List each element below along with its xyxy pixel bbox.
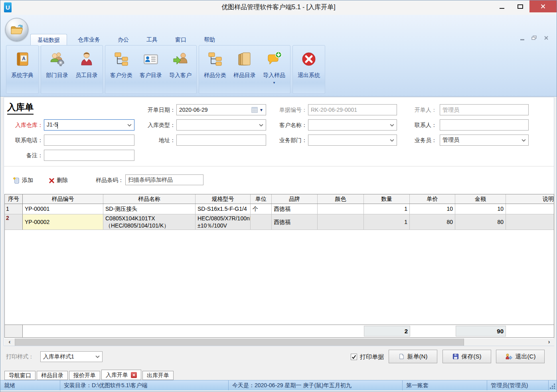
- phone-field[interactable]: [44, 135, 134, 146]
- scroll-left-icon[interactable]: ‹: [4, 339, 15, 346]
- print-doc-checkbox[interactable]: [351, 354, 357, 360]
- bill-date-field[interactable]: 2020-06-29 ▼: [176, 104, 266, 115]
- chevron-down-icon[interactable]: [390, 124, 394, 127]
- business-dept-combobox[interactable]: [308, 135, 397, 146]
- window-title: 优图样品管理软件客户端5.1 - [入库开单]: [0, 0, 557, 15]
- customer-directory-button[interactable]: 客户目录: [136, 48, 166, 93]
- minimize-button[interactable]: [493, 0, 511, 12]
- table-row-selected[interactable]: 2 YP-00002 C0805X104K101TX（HEC/0805/104/…: [5, 214, 554, 230]
- warehouse-combobox[interactable]: J1-5: [44, 119, 134, 131]
- doc-no-label: 单据编号：: [276, 104, 307, 115]
- chevron-down-icon[interactable]: [95, 355, 100, 358]
- delete-sample-button[interactable]: 删除: [49, 176, 68, 185]
- creator-label: 开单人：: [402, 104, 437, 115]
- exit-system-button[interactable]: 退出系统: [294, 48, 324, 93]
- sample-table: 序号 样品编号 样品名称 规格型号 单位 品牌 颜色 数量 单价 金额 说明 1…: [4, 194, 554, 338]
- new-order-button[interactable]: 新单(N): [389, 350, 437, 363]
- table-row[interactable]: 1 YP-00001 SD-测压接头 SD-S16x1.5-F-G1/4 个 西…: [5, 204, 554, 214]
- customer-category-button[interactable]: 客户分类: [107, 48, 136, 93]
- departments-icon: [48, 50, 66, 68]
- column-header-name[interactable]: 样品名称: [103, 194, 196, 204]
- mdi-minimize-icon[interactable]: [520, 39, 524, 40]
- ribbon-tab-window[interactable]: 窗口: [168, 34, 193, 46]
- table-header-row: 序号 样品编号 样品名称 规格型号 单位 品牌 颜色 数量 单价 金额 说明: [5, 194, 554, 204]
- column-header-seq[interactable]: 序号: [5, 194, 23, 204]
- chevron-down-icon[interactable]: [259, 124, 263, 127]
- scrollbar-thumb[interactable]: [15, 339, 464, 346]
- system-dictionary-button[interactable]: A 系统字典: [8, 48, 37, 93]
- resize-grip[interactable]: [549, 380, 557, 390]
- customer-directory-icon: [142, 50, 160, 68]
- highlighted-cell[interactable]: YP-00002: [23, 214, 103, 230]
- column-header-price[interactable]: 单价: [410, 194, 455, 204]
- import-sample-icon: [265, 50, 283, 68]
- customer-name-combobox[interactable]: [308, 119, 397, 131]
- column-header-code[interactable]: 样品编号: [23, 194, 103, 204]
- creator-field: 管理员: [440, 104, 529, 115]
- chevron-down-icon[interactable]: [390, 139, 394, 142]
- inbound-type-combobox[interactable]: [176, 119, 266, 131]
- save-button[interactable]: 保存(S): [442, 350, 491, 363]
- tab-inbound-order[interactable]: 入库开单: [101, 370, 141, 380]
- ribbon-tab-basic-data[interactable]: 基础数据: [30, 34, 67, 46]
- inbound-order-panel: 入库单 开单日期： 2020-06-29 ▼ 单据编号： RK-20-06-29…: [4, 97, 554, 346]
- import-sample-button[interactable]: 导入样品 ▾: [259, 48, 289, 93]
- column-header-color[interactable]: 颜色: [318, 194, 364, 204]
- remark-label: 备注：: [7, 150, 43, 161]
- column-header-amount[interactable]: 金额: [455, 194, 506, 204]
- app-window: U 优图样品管理软件客户端5.1 - [入库开单] 基础数据 仓库业务 办公 工…: [0, 0, 557, 392]
- ribbon-group-exit: 退出系统: [292, 45, 325, 94]
- salesman-combobox[interactable]: 管理员: [440, 135, 529, 146]
- add-sample-button[interactable]: 添加: [13, 176, 33, 185]
- ribbon-tab-tools[interactable]: 工具: [140, 34, 164, 46]
- chevron-down-icon[interactable]: ▾: [273, 81, 275, 84]
- import-customer-button[interactable]: 导入客户: [166, 48, 195, 93]
- customer-category-icon: [113, 50, 130, 68]
- horizontal-scrollbar[interactable]: ‹ ›: [4, 339, 554, 346]
- exit-button[interactable]: 退出(C): [496, 350, 545, 363]
- delete-icon: [49, 178, 55, 184]
- ribbon-tab-office[interactable]: 办公: [111, 34, 136, 46]
- tab-outbound-order[interactable]: 出库开单: [142, 371, 174, 380]
- ribbon-tab-bar: 基础数据 仓库业务 办公 工具 窗口 帮助: [30, 34, 222, 46]
- warehouse-label: 入库仓库：: [7, 119, 43, 131]
- minimize-icon: [500, 8, 504, 9]
- column-header-qty[interactable]: 数量: [364, 194, 410, 204]
- column-header-note[interactable]: 说明: [506, 194, 554, 204]
- sample-category-button[interactable]: 样品分类: [200, 48, 230, 93]
- column-header-spec[interactable]: 规格型号: [196, 194, 251, 204]
- salesman-label: 业务员：: [402, 135, 437, 146]
- tab-close-icon[interactable]: [131, 372, 137, 378]
- mdi-restore-icon[interactable]: [531, 36, 537, 40]
- department-directory-button[interactable]: 部门目录: [42, 48, 72, 93]
- staff-directory-button[interactable]: 员工目录: [72, 48, 101, 93]
- column-header-unit[interactable]: 单位: [251, 194, 272, 204]
- remark-field[interactable]: [44, 150, 134, 161]
- exit-icon: [505, 353, 513, 360]
- mdi-close-icon[interactable]: [544, 36, 549, 40]
- tab-sample-directory[interactable]: 样品目录: [37, 371, 68, 380]
- print-style-combobox[interactable]: 入库单样式1: [40, 351, 103, 362]
- chevron-down-icon[interactable]: [521, 139, 526, 142]
- tab-navigation[interactable]: 导航窗口: [4, 371, 36, 380]
- ribbon-tab-warehouse[interactable]: 仓库业务: [71, 34, 107, 46]
- address-field[interactable]: [176, 135, 266, 146]
- column-header-brand[interactable]: 品牌: [272, 194, 318, 204]
- scroll-right-icon[interactable]: ›: [544, 339, 554, 346]
- tab-quote-order[interactable]: 报价开单: [69, 371, 100, 380]
- barcode-input[interactable]: [125, 174, 203, 185]
- file-menu-button[interactable]: [5, 18, 28, 41]
- chevron-down-icon[interactable]: ▼: [259, 108, 263, 112]
- sample-directory-button[interactable]: 样品目录: [230, 48, 259, 93]
- contact-field[interactable]: [440, 119, 529, 131]
- svg-text:A: A: [22, 56, 26, 61]
- chevron-down-icon[interactable]: [127, 124, 132, 127]
- maximize-button[interactable]: [511, 0, 529, 12]
- close-button[interactable]: [529, 0, 557, 12]
- calendar-icon[interactable]: [251, 107, 258, 113]
- status-user: 管理员(管理员): [487, 380, 549, 390]
- open-folder-icon: [10, 24, 24, 36]
- barcode-label: 样品条码：: [84, 175, 124, 185]
- address-label: 地址：: [140, 135, 176, 146]
- ribbon-tab-help[interactable]: 帮助: [197, 34, 222, 46]
